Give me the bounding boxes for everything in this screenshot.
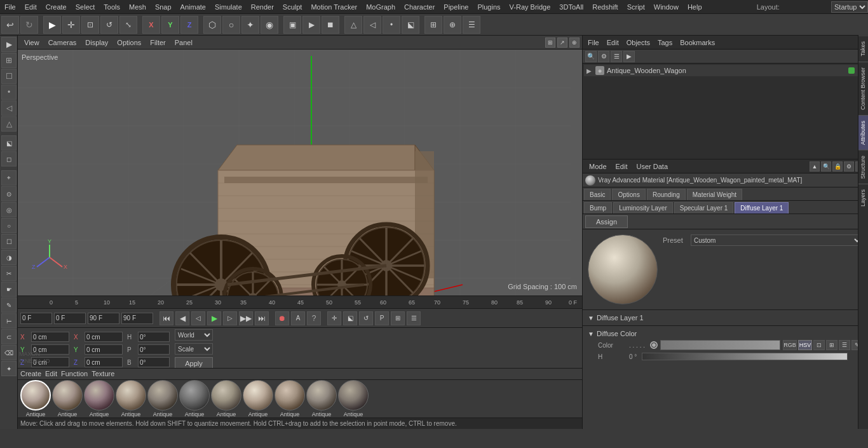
poly-mode-btn[interactable]: △ (1, 116, 17, 132)
obj-tab-objects[interactable]: Objects (624, 38, 653, 47)
mat-item-3[interactable]: Antique (116, 380, 146, 417)
grab-btn[interactable]: ☛ (1, 282, 17, 297)
mat-item-1[interactable]: Antique (52, 380, 83, 417)
edge-edit[interactable]: ◁ (363, 16, 381, 34)
obj-search-btn[interactable]: 🔍 (585, 51, 597, 62)
obj-tab-file[interactable]: File (585, 38, 602, 47)
obj-tab-bookmarks[interactable]: Bookmarks (677, 38, 717, 47)
z-size-input[interactable] (85, 357, 123, 367)
vp-panel-menu[interactable]: Panel (171, 37, 196, 48)
vp-icon-1[interactable]: ⊞ (545, 37, 555, 48)
texture-mode-btn[interactable]: ☐ (1, 69, 17, 84)
diffuse-layer-header[interactable]: ▼ Diffuse Layer 1 (588, 313, 863, 323)
vp-view-menu[interactable]: View (20, 37, 43, 48)
tab-options[interactable]: Options (612, 189, 645, 200)
vp-options-menu[interactable]: Options (113, 37, 145, 48)
rt-tab-content[interactable]: Content Browser (858, 62, 868, 115)
color-tex1-btn[interactable]: ⊡ (813, 340, 825, 350)
attr-settings-btn[interactable]: ⚙ (844, 161, 854, 172)
mat-item-10[interactable]: Antique (338, 380, 369, 417)
scale-tool[interactable]: ⊡ (81, 16, 99, 34)
mat-item-4[interactable]: Antique (147, 380, 178, 417)
rotate-tool[interactable]: ↺ (100, 16, 118, 34)
paint-btn[interactable]: ✎ (1, 297, 17, 313)
model-mode-btn[interactable]: ▶ (1, 37, 17, 52)
tc-icon5[interactable]: ⊞ (391, 311, 405, 325)
x-axis-btn[interactable]: X (142, 16, 160, 34)
polygon-edit[interactable]: △ (344, 16, 362, 34)
goto-end-btn[interactable]: ⏭ (255, 311, 269, 325)
vp-display-menu[interactable]: Display (81, 37, 112, 48)
diffuse-color-header[interactable]: ▼ Diffuse Color (588, 329, 863, 339)
inflate-btn[interactable]: ◎ (1, 202, 17, 217)
preset-select[interactable]: Custom (691, 234, 863, 246)
shelf-edit-menu[interactable]: Edit (45, 370, 57, 377)
help-btn[interactable]: ? (307, 311, 321, 325)
menu-item-script[interactable]: Script (623, 2, 649, 12)
shelf-texture-menu[interactable]: Texture (92, 370, 114, 377)
snap-tool[interactable]: ⊞ (424, 16, 442, 34)
auto-key-btn[interactable]: A (291, 311, 305, 325)
tab-luminosity[interactable]: Luminosity Layer (613, 202, 673, 214)
menu-item-help[interactable]: Help (683, 2, 707, 12)
mirror-btn[interactable]: ⊢ (1, 313, 17, 329)
attr-search-btn[interactable]: 🔍 (821, 161, 831, 172)
obj-row-wagon[interactable]: ▶ ◈ Antique_Wooden_Wagon (584, 65, 867, 76)
obj-tab-edit[interactable]: Edit (604, 38, 621, 47)
menu-item-3dtoall[interactable]: 3DToAll (555, 2, 588, 12)
cube-obj[interactable]: ⬡ (203, 16, 221, 34)
next-key-btn[interactable]: ▷ (223, 311, 237, 325)
frame-end2-input[interactable] (121, 313, 153, 324)
frame-end-input[interactable] (88, 313, 119, 324)
y-axis-btn[interactable]: Y (161, 16, 179, 34)
tab-bump[interactable]: Bump (584, 202, 612, 214)
undo-button[interactable]: ↩ (1, 16, 19, 34)
tc-icon1[interactable]: ✛ (327, 311, 341, 325)
scale-select[interactable]: Scale (175, 343, 213, 355)
h-slider[interactable] (642, 353, 848, 360)
axis-tool[interactable]: ⊕ (444, 16, 461, 34)
menu-item-snap[interactable]: Snap (151, 2, 176, 12)
menu-item-sculpt[interactable]: Sculpt (278, 2, 307, 12)
render-view[interactable]: ▶ (302, 16, 320, 34)
color-hsv-btn[interactable]: HSV (798, 340, 812, 350)
menu-item-motion-tracker[interactable]: Motion Tracker (306, 2, 362, 12)
obj-settings-btn[interactable]: ⚙ (598, 51, 609, 62)
mat-item-8[interactable]: Antique (275, 380, 305, 417)
point-mode-btn[interactable]: • (1, 85, 17, 100)
magnet-btn[interactable]: ⊂ (1, 329, 17, 344)
workplane-tool[interactable]: ☰ (463, 16, 480, 34)
mat-item-6[interactable]: Antique (211, 380, 241, 417)
vp-icon-3[interactable]: ⊕ (569, 37, 580, 48)
tab-diffuse1[interactable]: Diffuse Layer 1 (735, 202, 789, 214)
light-obj[interactable]: ✦ (241, 16, 259, 34)
mat-item-0[interactable]: Antique (20, 380, 51, 417)
vp-filter-menu[interactable]: Filter (146, 37, 169, 48)
redo-button[interactable]: ↻ (20, 16, 38, 34)
camera-obj[interactable]: ◉ (261, 16, 278, 34)
prev-key-btn[interactable]: ◁ (191, 311, 205, 325)
tab-basic[interactable]: Basic (584, 189, 611, 200)
point-edit[interactable]: • (383, 16, 400, 34)
mat-item-9[interactable]: Antique (306, 380, 337, 417)
color-swatch[interactable] (660, 340, 780, 350)
y-size-input[interactable] (85, 344, 123, 355)
object-mode-btn[interactable]: ⊞ (1, 53, 17, 68)
menu-item-plugins[interactable]: Plugins (473, 2, 505, 12)
menu-item-redshift[interactable]: Redshift (588, 2, 622, 12)
color-tex2-btn[interactable]: ⊞ (826, 340, 837, 350)
next-frame-btn[interactable]: ▶▶ (239, 311, 253, 325)
menu-item-tools[interactable]: Tools (99, 2, 125, 12)
menu-item-render[interactable]: Render (247, 2, 278, 12)
flatten-btn[interactable]: ☐ (1, 234, 17, 249)
menu-item-file[interactable]: File (0, 2, 20, 12)
tab-rounding[interactable]: Rounding (647, 189, 686, 200)
x-pos-input[interactable] (31, 332, 69, 342)
sphere-obj[interactable]: ○ (222, 16, 240, 34)
tc-icon3[interactable]: ↺ (359, 311, 373, 325)
menu-item-character[interactable]: Character (400, 2, 439, 12)
menu-item-mograph[interactable]: MoGraph (362, 2, 400, 12)
attr-tab-userdata[interactable]: User Data (633, 162, 672, 171)
pull-btn[interactable]: ○ (1, 218, 17, 233)
vp-cameras-menu[interactable]: Cameras (44, 37, 81, 48)
